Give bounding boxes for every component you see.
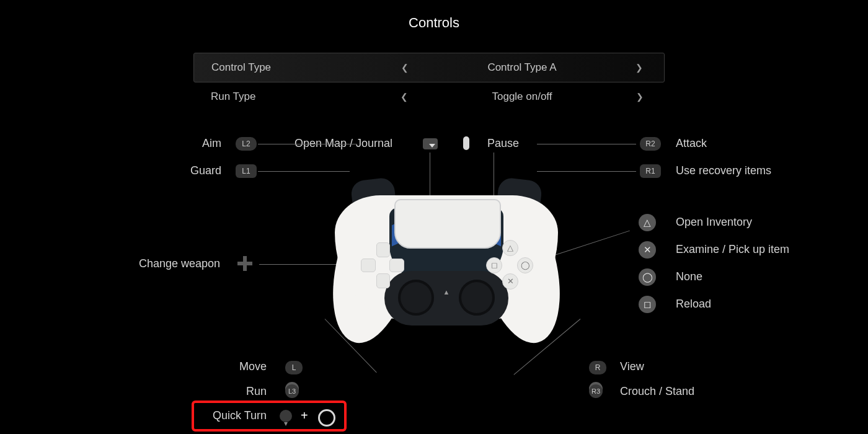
label-guard: Guard (147, 164, 221, 177)
label-run: Run (198, 385, 267, 398)
r3-badge-icon: R3 (589, 384, 603, 398)
chevron-right-icon[interactable]: ❯ (618, 92, 647, 102)
label-view: View (620, 360, 644, 373)
r2-badge-icon: R2 (640, 137, 661, 151)
option-value: Control Type A (427, 61, 617, 74)
label-square: Reload (676, 298, 711, 311)
r-stick-badge-icon: R (589, 361, 606, 374)
circle-button-icon: ◯ (639, 268, 656, 286)
chevron-left-icon[interactable]: ❮ (397, 92, 427, 102)
option-control-type[interactable]: Control Type ❮ Control Type A ❯ (193, 53, 665, 82)
label-change-weapon: Change weapon (99, 257, 220, 270)
page-title: Controls (0, 15, 868, 31)
l2-badge-icon: L2 (236, 137, 257, 151)
cross-button-icon: ✕ (639, 241, 656, 259)
label-attack: Attack (676, 137, 707, 150)
label-aim: Aim (147, 137, 221, 150)
chevron-left-icon[interactable]: ❮ (397, 63, 427, 73)
option-run-type[interactable]: Run Type ❮ Toggle on/off ❯ (193, 82, 665, 111)
triangle-button-icon: △ (639, 214, 656, 231)
square-button-icon: ◻ (639, 296, 656, 313)
label-use-recovery: Use recovery items (676, 164, 771, 177)
label-triangle: Open Inventory (676, 216, 752, 229)
r1-badge-icon: R1 (640, 164, 661, 178)
option-label: Control Type (211, 61, 397, 74)
l-stick-badge-icon: L (285, 361, 303, 374)
options-panel: Control Type ❮ Control Type A ❯ Run Type… (193, 53, 665, 111)
chevron-right-icon[interactable]: ❯ (617, 63, 647, 73)
label-move: Move (198, 360, 267, 373)
controller-layout: Aim L2 Guard L1 Change weapon Move L Run… (0, 112, 868, 434)
label-cross: Examine / Pick up item (676, 243, 789, 256)
dpad-icon (236, 254, 254, 273)
touchpad-icon (423, 138, 438, 149)
l1-badge-icon: L1 (236, 164, 257, 178)
option-label: Run Type (211, 91, 397, 103)
highlight-quick-turn (192, 401, 347, 432)
options-button-icon (463, 136, 469, 150)
label-crouch: Crouch / Stand (620, 385, 694, 398)
label-pause: Pause (487, 137, 519, 150)
option-value: Toggle on/off (427, 91, 618, 103)
controller-illustration: △✕ ◻◯ ▲ (335, 183, 558, 350)
label-circle: None (676, 270, 702, 283)
l3-badge-icon: L3 (285, 384, 299, 398)
